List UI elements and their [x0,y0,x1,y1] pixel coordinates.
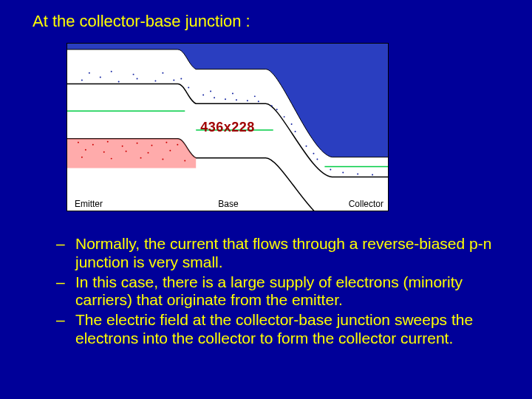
svg-point-30 [276,109,278,110]
svg-point-40 [177,144,178,146]
svg-point-27 [210,90,211,92]
svg-point-45 [169,150,171,151]
svg-point-20 [357,173,358,174]
svg-point-7 [202,94,204,95]
svg-point-19 [342,171,344,173]
svg-point-33 [78,142,79,143]
band-diagram: Emitter Base Collector 436x228 [66,43,389,211]
label-collector: Collector [349,199,383,209]
svg-point-49 [162,159,163,160]
svg-point-16 [306,146,307,147]
svg-point-34 [92,144,94,146]
svg-point-10 [236,99,237,100]
svg-point-23 [111,71,112,72]
bullet-list: Normally, the current that flows through… [56,235,499,349]
svg-point-0 [81,80,83,81]
svg-point-13 [271,105,273,106]
svg-point-48 [140,157,142,159]
svg-point-50 [184,160,185,162]
svg-point-37 [137,143,138,144]
svg-point-25 [162,72,163,74]
svg-point-9 [225,98,226,100]
svg-point-14 [284,116,285,117]
svg-point-43 [126,151,127,152]
svg-point-12 [258,100,259,102]
svg-point-38 [151,145,152,146]
svg-point-44 [148,152,149,154]
svg-point-39 [166,142,167,143]
svg-point-24 [133,74,134,75]
svg-point-6 [188,86,189,88]
svg-point-17 [316,159,318,160]
svg-point-47 [111,158,112,160]
svg-point-1 [100,77,101,78]
svg-point-2 [118,81,120,83]
label-emitter: Emitter [75,199,103,209]
valence-band-fill [67,139,196,168]
svg-point-46 [81,157,83,158]
svg-point-26 [180,78,182,80]
svg-point-42 [103,151,105,153]
label-base: Base [218,199,238,209]
svg-point-18 [330,169,331,171]
svg-point-21 [372,174,373,175]
bullet-item: The electric field at the collector-base… [56,311,499,348]
bullet-item: Normally, the current that flows through… [56,235,499,272]
slide-title: At the collector-base junction : [33,12,250,31]
svg-point-31 [291,123,293,125]
svg-point-28 [232,92,233,94]
svg-point-4 [154,81,156,82]
svg-point-5 [173,80,174,81]
svg-point-15 [295,131,296,132]
svg-point-35 [107,141,109,143]
band-diagram-svg [67,44,388,211]
bullet-item: In this case, there is a large supply of… [56,273,499,310]
svg-point-36 [122,146,123,147]
svg-point-32 [313,153,314,154]
svg-point-3 [137,78,138,80]
svg-point-22 [89,72,90,74]
svg-point-8 [214,97,215,98]
svg-point-11 [247,100,248,101]
svg-point-29 [254,95,256,97]
svg-point-41 [85,149,86,151]
